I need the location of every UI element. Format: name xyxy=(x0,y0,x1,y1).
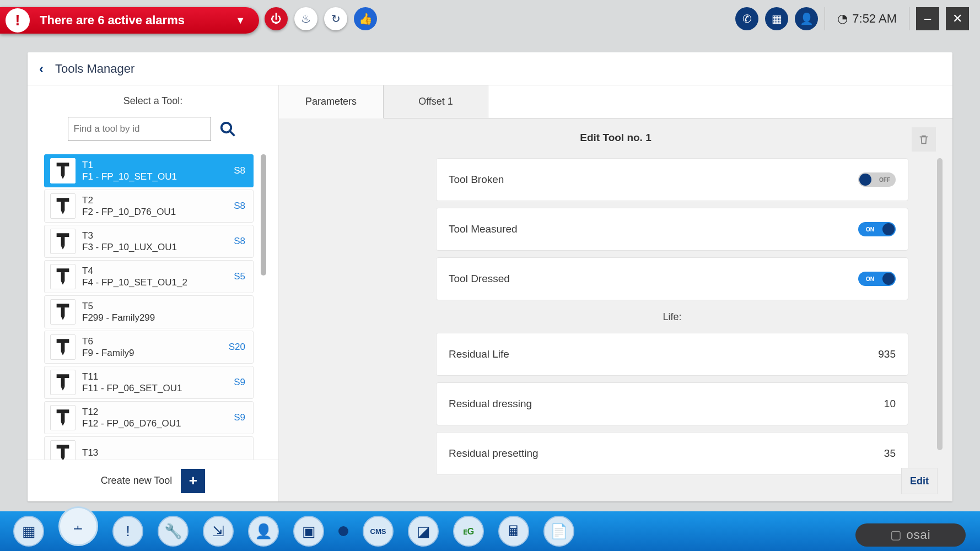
scrollbar[interactable] xyxy=(937,158,943,450)
edit-button[interactable]: Edit xyxy=(902,468,937,494)
tool-family: F299 - Family299 xyxy=(82,312,245,323)
tab-filler xyxy=(488,85,952,118)
phone-icon[interactable]: ✆ xyxy=(735,7,758,30)
param-label: Residual Life xyxy=(449,348,878,360)
svg-marker-13 xyxy=(61,281,65,285)
tool-list-item[interactable]: T3 F3 - FP_10_LUX_OU1 S8 xyxy=(44,225,254,258)
taskbar: ▦ ⫠ ! 🔧 ⇲ 👤 ▣ CMS ◪ ᴇG 🖩 📄 ▢ osai xyxy=(0,511,980,551)
alarm-icon: ! xyxy=(6,8,30,33)
tool-icon xyxy=(50,264,76,289)
tool-icon xyxy=(50,229,76,254)
tab-parameters[interactable]: Parameters xyxy=(279,85,384,118)
svg-marker-19 xyxy=(61,352,65,355)
param-row: Residual dressing 10 xyxy=(436,382,908,425)
param-value: 35 xyxy=(884,447,896,460)
svg-rect-17 xyxy=(57,339,69,343)
machine-icon[interactable]: ▦ xyxy=(765,7,788,30)
toggle-switch[interactable]: ON xyxy=(858,222,896,236)
param-label: Residual dressing xyxy=(449,398,884,410)
brand-name: osai xyxy=(906,528,930,542)
minimize-button[interactable]: – xyxy=(916,7,939,30)
svg-rect-26 xyxy=(57,445,69,449)
tool-id: T3 xyxy=(82,230,234,241)
power-icon[interactable]: ⏻ xyxy=(265,7,288,30)
svg-marker-25 xyxy=(61,422,65,426)
user-icon[interactable]: 👤 xyxy=(795,7,818,30)
tool-slot: S5 xyxy=(234,271,245,282)
sync-icon[interactable]: ↻ xyxy=(324,7,347,30)
dock-apps-icon[interactable]: ▦ xyxy=(13,516,44,547)
clock-icon: ◔ xyxy=(837,12,848,26)
tool-id: T5 xyxy=(82,300,245,312)
tool-list-item[interactable]: T11 F11 - FP_06_SET_OU1 S9 xyxy=(44,366,254,399)
tool-slot: S9 xyxy=(234,377,245,388)
tool-list-item[interactable]: T1 F1 - FP_10_SET_OU1 S8 xyxy=(44,154,254,187)
dock-wrench-icon[interactable]: 🔧 xyxy=(158,516,189,547)
param-row: Residual Life 935 xyxy=(436,333,908,376)
dock-user-icon[interactable]: 👤 xyxy=(248,516,279,547)
svg-rect-15 xyxy=(61,307,65,316)
search-icon[interactable] xyxy=(217,118,239,140)
tool-slot: S8 xyxy=(234,236,245,247)
fire-icon[interactable]: ♨ xyxy=(294,7,317,30)
toggle-switch[interactable]: ON xyxy=(858,272,896,286)
svg-rect-8 xyxy=(57,233,69,237)
dock-layout-icon[interactable]: ⇲ xyxy=(203,516,234,547)
svg-rect-14 xyxy=(57,304,69,307)
tool-list-item[interactable]: T6 F9 - Family9 S20 xyxy=(44,331,254,364)
search-input[interactable] xyxy=(68,117,211,141)
tool-id: T2 xyxy=(82,195,234,206)
svg-rect-2 xyxy=(57,163,69,166)
close-button[interactable]: ✕ xyxy=(946,7,969,30)
tool-list-item[interactable]: T12 F12 - FP_06_D76_OU1 S9 xyxy=(44,401,254,434)
svg-rect-6 xyxy=(61,202,65,210)
svg-marker-28 xyxy=(61,457,65,460)
tab-offset-1[interactable]: Offset 1 xyxy=(384,85,488,118)
tool-icon xyxy=(50,299,76,325)
tool-list-item[interactable]: T13 xyxy=(44,436,254,460)
create-new-tool-button[interactable]: + xyxy=(181,469,205,493)
separator xyxy=(909,7,909,30)
chevron-down-icon: ▼ xyxy=(235,15,245,26)
dock-cms-icon[interactable]: CMS xyxy=(363,516,394,547)
tool-slot: S20 xyxy=(229,342,245,353)
back-button[interactable]: ‹ xyxy=(28,61,55,77)
alarm-text: There are 6 active alarms xyxy=(40,13,235,28)
svg-rect-23 xyxy=(57,409,69,413)
tool-icon xyxy=(50,158,76,183)
dock-tools-icon[interactable]: ⫠ xyxy=(58,506,98,546)
dock-calc-icon[interactable]: 🖩 xyxy=(498,516,529,547)
tool-list-item[interactable]: T4 F4 - FP_10_SET_OU1_2 S5 xyxy=(44,260,254,293)
param-row: Tool Broken OFF xyxy=(436,158,908,201)
dock-app2-icon[interactable]: ◪ xyxy=(408,516,439,547)
svg-rect-12 xyxy=(61,272,65,281)
param-value: 935 xyxy=(878,348,896,360)
alarm-banner[interactable]: ! There are 6 active alarms ▼ xyxy=(0,7,259,34)
dock-alerts-icon[interactable]: ! xyxy=(112,516,143,547)
dock-screen-icon[interactable]: ▣ xyxy=(293,516,324,547)
dock-notes-icon[interactable]: 📄 xyxy=(543,516,574,547)
life-section-label: Life: xyxy=(436,311,908,323)
scrollbar[interactable] xyxy=(261,154,266,276)
tool-icon xyxy=(50,370,76,395)
svg-rect-27 xyxy=(61,449,65,457)
param-row: Tool Dressed ON xyxy=(436,257,908,300)
tool-slot: S8 xyxy=(234,201,245,212)
svg-line-1 xyxy=(229,131,234,136)
tool-icon xyxy=(50,193,76,219)
tool-family: F9 - Family9 xyxy=(82,347,229,359)
param-label: Residual presetting xyxy=(449,447,884,460)
svg-marker-22 xyxy=(61,387,65,391)
separator xyxy=(825,7,825,30)
tool-family: F11 - FP_06_SET_OU1 xyxy=(82,382,234,394)
param-row: Tool Measured ON xyxy=(436,208,908,251)
tool-id: T4 xyxy=(82,265,234,277)
delete-button[interactable] xyxy=(912,127,936,152)
thumbs-up-icon[interactable]: 👍 xyxy=(354,7,377,30)
param-label: Tool Dressed xyxy=(449,273,858,285)
tool-list-item[interactable]: T2 F2 - FP_10_D76_OU1 S8 xyxy=(44,190,254,223)
dock-dot-icon xyxy=(338,526,348,536)
tool-list-item[interactable]: T5 F299 - Family299 xyxy=(44,295,254,328)
toggle-switch[interactable]: OFF xyxy=(858,172,896,187)
dock-eg-icon[interactable]: ᴇG xyxy=(453,516,484,547)
